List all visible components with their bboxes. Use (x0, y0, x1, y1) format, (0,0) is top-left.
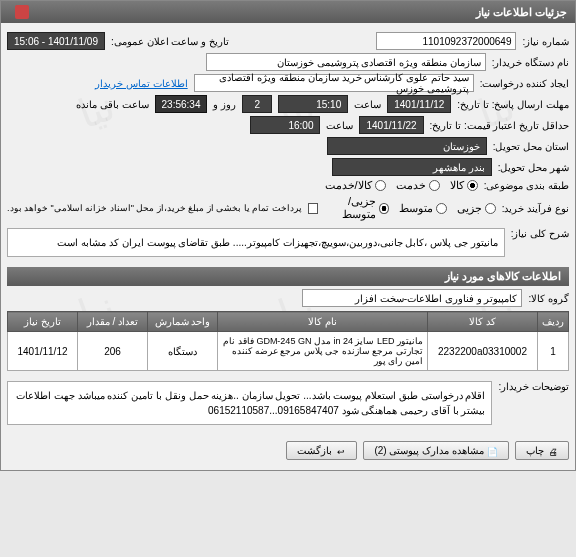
time-label-2: ساعت (326, 120, 353, 131)
radio-icon (375, 180, 386, 191)
radio-icon (485, 203, 496, 214)
group-field: کامپیوتر و فناوری اطلاعات-سخت افزار (302, 289, 522, 307)
document-icon (488, 446, 498, 456)
days-left-field: 2 (242, 95, 272, 113)
cell-idx: 1 (538, 332, 569, 371)
class-radio-group: کالا خدمت کالا/خدمت (325, 179, 478, 192)
buyer-note-label: توضیحات خریدار (498, 377, 569, 392)
time-left-field: 23:56:34 (155, 95, 208, 113)
print-button[interactable]: چاپ (515, 441, 569, 460)
col-name: نام کالا (218, 312, 428, 332)
button-bar: چاپ مشاهده مدارک پیوستی (2) بازگشت (7, 437, 569, 464)
announce-label: تاریخ و ساعت اعلان عمومی (111, 36, 229, 47)
attachments-button[interactable]: مشاهده مدارک پیوستی (2) (363, 441, 509, 460)
buy-option-2[interactable]: جزیی/متوسط (324, 195, 388, 221)
class-option-2[interactable]: کالا/خدمت (325, 179, 386, 192)
buy-type-label: نوع فرآیند خرید (502, 203, 569, 214)
creator-label: ایجاد کننده درخواست (480, 78, 569, 89)
validity-date-field: 1401/11/22 (359, 116, 423, 134)
city-label: شهر محل تحویل (498, 162, 569, 173)
items-section-header: اطلاعات کالاهای مورد نیاز (7, 267, 569, 286)
need-details-window: جزئیات اطلاعات نیاز شماره نیاز 110109237… (0, 0, 576, 471)
table-header-row: ردیف کد کالا نام کالا واحد شمارش تعداد /… (8, 312, 569, 332)
treasury-checkbox[interactable] (308, 203, 318, 214)
announce-field: 1401/11/09 - 15:06 (7, 32, 105, 50)
radio-icon (379, 203, 389, 214)
col-unit: واحد شمارش (148, 312, 218, 332)
general-desc-box: مانیتور جی پلاس ،کابل جانبی،دوربین،سوییچ… (7, 228, 505, 257)
cell-date: 1401/11/12 (8, 332, 78, 371)
class-option-1[interactable]: خدمت (396, 179, 440, 192)
buy-type-radio-group: جزیی متوسط جزیی/متوسط (324, 195, 495, 221)
back-icon (336, 446, 346, 456)
creator-field: سید حاتم علوی کارشناس خرید سازمان منطقه … (194, 74, 474, 92)
need-no-label: شماره نیاز (522, 36, 569, 47)
buyer-org-field: سازمان منطقه ویژه اقتصادی پتروشیمی خوزست… (206, 53, 486, 71)
time-left-unit-label: ساعت باقی مانده (76, 99, 149, 110)
city-field: بندر ماهشهر (332, 158, 492, 176)
province-label: استان محل تحویل (493, 141, 569, 152)
cell-name: مانیتور LED سایز 24 in مدل GDM-245 GN فا… (218, 332, 428, 371)
contact-buyer-link[interactable]: اطلاعات تماس خریدار (95, 78, 188, 89)
col-qty: تعداد / مقدار (78, 312, 148, 332)
cell-qty: 206 (78, 332, 148, 371)
buy-option-1[interactable]: متوسط (399, 202, 447, 215)
group-label: گروه کالا (528, 293, 569, 304)
general-desc-label: شرح کلی نیاز (511, 224, 569, 239)
col-date: تاریخ نیاز (8, 312, 78, 332)
content-area: شماره نیاز 1101092372000649 تاریخ و ساعت… (1, 23, 575, 470)
class-label: طبقه بندی موضوعی (484, 180, 569, 191)
buy-option-0[interactable]: جزیی (457, 202, 496, 215)
validity-label: حداقل تاریخ اعتبار قیمت: تا تاریخ (430, 120, 569, 131)
back-button[interactable]: بازگشت (286, 441, 357, 460)
validity-time-field: 16:00 (250, 116, 320, 134)
close-icon[interactable] (15, 5, 29, 19)
table-row[interactable]: 1 2232200a03310002 مانیتور LED سایز 24 i… (8, 332, 569, 371)
class-option-0[interactable]: کالا (450, 179, 478, 192)
col-code: کد کالا (428, 312, 538, 332)
province-field: خوزستان (327, 137, 487, 155)
buyer-note-box: اقلام درخواستی طبق استعلام پیوست باشد...… (7, 381, 492, 425)
radio-icon (436, 203, 447, 214)
need-no-field: 1101092372000649 (376, 32, 516, 50)
cell-code: 2232200a03310002 (428, 332, 538, 371)
radio-icon (467, 180, 478, 191)
col-idx: ردیف (538, 312, 569, 332)
window-title: جزئیات اطلاعات نیاز (476, 6, 567, 19)
deadline-date-field: 1401/11/12 (387, 95, 451, 113)
days-unit-label: روز و (213, 99, 236, 110)
cell-unit: دستگاه (148, 332, 218, 371)
deadline-time-field: 15:10 (278, 95, 348, 113)
buyer-org-label: نام دستگاه خریدار (492, 57, 569, 68)
deadline-label: مهلت ارسال پاسخ: تا تاریخ (457, 99, 569, 110)
items-table: ردیف کد کالا نام کالا واحد شمارش تعداد /… (7, 311, 569, 371)
radio-icon (429, 180, 440, 191)
payment-note-label: پرداخت تمام یا بخشی از مبلغ خرید،از محل … (7, 203, 302, 213)
title-bar: جزئیات اطلاعات نیاز (1, 1, 575, 23)
time-label-1: ساعت (354, 99, 381, 110)
print-icon (548, 446, 558, 456)
